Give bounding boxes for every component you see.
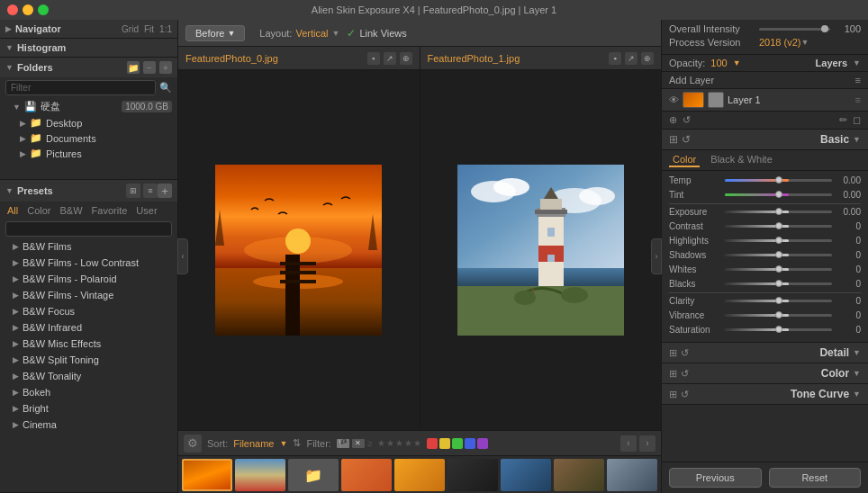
filmstrip-item-2[interactable]	[235, 459, 285, 491]
tone-refresh-icon[interactable]: ↺	[681, 389, 689, 400]
move-tool-icon[interactable]: ⊕	[669, 114, 677, 126]
color-yellow[interactable]	[439, 438, 450, 449]
photo-icon-3[interactable]: ⊕	[400, 52, 412, 65]
preset-item[interactable]: ▶ B&W Focus	[0, 303, 177, 319]
shadows-slider[interactable]	[725, 249, 832, 260]
before-button[interactable]: Before ▼	[185, 25, 245, 41]
preset-item[interactable]: ▶ B&W Split Toning	[0, 352, 177, 368]
tone-toggle-icon[interactable]: ⊞	[669, 389, 677, 400]
tint-slider[interactable]	[725, 189, 832, 200]
layer-item[interactable]: 👁 Layer 1 ≡	[662, 89, 868, 112]
zoom-label[interactable]: 1:1	[159, 24, 172, 34]
tab-all[interactable]: All	[5, 204, 20, 217]
photo-icon-1[interactable]: ▪	[367, 52, 380, 65]
drive-item[interactable]: ▼ 💾 硬盘 1000.0 GB	[0, 98, 177, 115]
tab-color[interactable]: Color	[25, 204, 52, 217]
star-1[interactable]: ★	[377, 438, 385, 448]
detail-refresh-icon[interactable]: ↺	[681, 347, 689, 359]
color-purple[interactable]	[477, 438, 488, 449]
minimize-button[interactable]	[23, 4, 33, 15]
star-4[interactable]: ★	[404, 438, 412, 448]
eraser-icon[interactable]: ◻	[853, 114, 861, 126]
folder-item-documents[interactable]: ▶ 📁 Documents	[0, 130, 177, 146]
process-version-value[interactable]: 2018 (v2)	[759, 37, 800, 48]
paint-brush-icon[interactable]: ✏	[839, 114, 847, 126]
preset-item[interactable]: ▶ B&W Tonality	[0, 368, 177, 384]
navigator-header[interactable]: ▶ Navigator Grid Fit 1:1	[0, 20, 177, 38]
filmstrip-item-7[interactable]	[501, 459, 551, 491]
preset-item[interactable]: ▶ Bokeh	[0, 384, 177, 400]
filmstrip-item-8[interactable]	[554, 459, 604, 491]
highlights-slider[interactable]	[725, 235, 832, 246]
color-red[interactable]	[427, 438, 438, 449]
color-refresh-icon[interactable]: ↺	[681, 368, 689, 380]
layer-visibility[interactable]: 👁	[669, 94, 679, 105]
filmstrip-item-3[interactable]: 📁	[288, 459, 339, 491]
tone-panel-arrow[interactable]: ▼	[853, 390, 861, 399]
temp-slider[interactable]	[725, 175, 832, 185]
previous-button[interactable]: Previous	[669, 468, 762, 488]
preset-item[interactable]: ▶ B&W Films - Low Contrast	[0, 255, 177, 271]
color-panel-arrow[interactable]: ▼	[853, 369, 861, 378]
star-2[interactable]: ★	[386, 438, 394, 448]
blacks-slider[interactable]	[725, 278, 832, 289]
star-3[interactable]: ★	[395, 438, 403, 448]
prev-filmstrip-btn[interactable]: ‹	[620, 435, 637, 452]
preset-item-bright[interactable]: ▶ Bright	[0, 400, 177, 417]
add-layer-label[interactable]: Add Layer	[669, 75, 852, 85]
reset-button[interactable]: Reset	[769, 468, 862, 488]
photo-icon-2[interactable]: ↗	[384, 52, 396, 65]
tab-user[interactable]: User	[134, 204, 158, 217]
tab-favorite[interactable]: Favorite	[90, 204, 130, 217]
color-tab[interactable]: Color	[669, 153, 700, 167]
left-sidebar-toggle[interactable]: ‹	[177, 238, 188, 274]
star-5[interactable]: ★	[413, 438, 421, 448]
layer-menu-btn[interactable]: ≡	[855, 75, 861, 85]
photo-icon-1[interactable]: ▪	[609, 52, 621, 65]
refresh-icon[interactable]: ↺	[683, 114, 691, 126]
color-green[interactable]	[452, 438, 463, 449]
minus-btn[interactable]: −	[143, 61, 156, 74]
photo-icon-2[interactable]: ↗	[625, 52, 637, 65]
preset-item[interactable]: ▶ B&W Films	[0, 238, 177, 255]
folders-header[interactable]: ▼ Folders 📁 − +	[0, 58, 177, 77]
preset-item[interactable]: ▶ Cinema	[0, 417, 177, 433]
link-views-check[interactable]: ✓	[347, 27, 356, 40]
add-preset-btn[interactable]: +	[158, 184, 172, 198]
layer-options[interactable]: ≡	[855, 94, 861, 105]
window-controls[interactable]	[7, 4, 49, 15]
folder-search-input[interactable]	[5, 80, 156, 95]
photo-icon-3[interactable]: ⊕	[641, 52, 654, 65]
contrast-slider[interactable]	[725, 220, 832, 231]
next-filmstrip-btn[interactable]: ›	[639, 435, 656, 452]
folder-item-pictures[interactable]: ▶ 📁 Pictures	[0, 146, 177, 161]
x-filter[interactable]: ✕	[352, 439, 365, 448]
fit-label[interactable]: Fit	[144, 24, 154, 34]
right-sidebar-toggle[interactable]: ›	[651, 238, 662, 274]
sort-order-btn[interactable]: ⇅	[293, 437, 301, 449]
left-photo-view[interactable]	[178, 70, 420, 430]
list-view-btn[interactable]: ≡	[143, 184, 158, 198]
opacity-dropdown[interactable]: 100	[710, 58, 727, 68]
tab-bw[interactable]: B&W	[59, 204, 85, 217]
presets-search-input[interactable]	[5, 221, 172, 237]
close-button[interactable]	[7, 4, 18, 15]
plus-btn[interactable]: +	[159, 61, 172, 74]
maximize-button[interactable]	[38, 4, 49, 15]
grid-view-btn[interactable]: ⊞	[126, 184, 140, 198]
sort-dropdown[interactable]: Filename	[233, 438, 274, 449]
folder-icon-btn[interactable]: 📁	[127, 61, 140, 74]
clarity-slider[interactable]	[725, 295, 832, 306]
color-blue[interactable]	[465, 438, 475, 449]
filmstrip-item-1[interactable]	[182, 459, 232, 491]
settings-button[interactable]: ⚙	[184, 435, 202, 453]
basic-panel-arrow[interactable]: ▼	[853, 135, 861, 144]
layout-dropdown[interactable]: Vertical	[295, 28, 328, 39]
preset-item[interactable]: ▶ B&W Infrared	[0, 319, 177, 336]
filmstrip-item-5[interactable]	[394, 459, 445, 491]
filmstrip-item-4[interactable]	[341, 459, 392, 491]
vibrance-slider[interactable]	[725, 309, 832, 320]
panel-refresh-icon[interactable]: ↺	[682, 133, 691, 146]
saturation-slider[interactable]	[725, 324, 832, 335]
filmstrip-item-9[interactable]	[607, 459, 657, 491]
